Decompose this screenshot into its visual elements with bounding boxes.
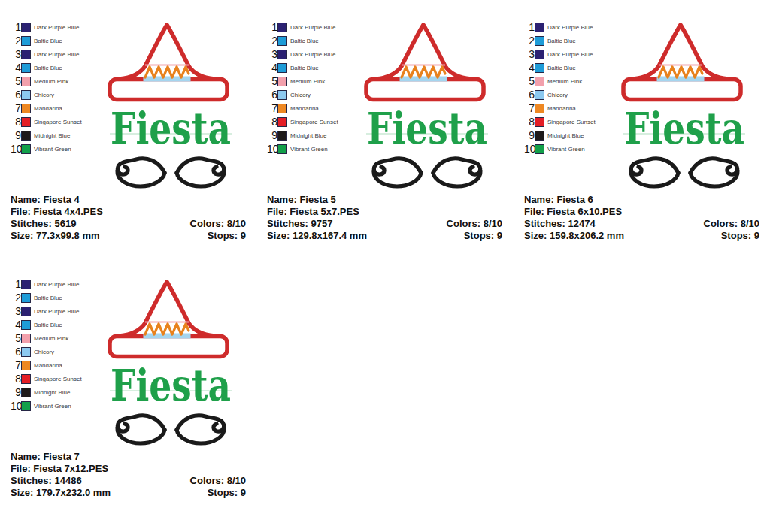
size-value: 159.8x206.2 mm [550, 230, 624, 241]
thread-number: 2 [524, 35, 535, 47]
legend-row: 3 Dark Purple Blue [11, 47, 82, 61]
thread-color-name: Midnight Blue [547, 132, 584, 139]
color-swatch [535, 77, 544, 86]
design-name-line: Name: Fiesta 4 [11, 194, 246, 206]
legend-row: 3 Dark Purple Blue [267, 47, 338, 61]
stitches-pair: Stitches: 5619 [11, 218, 76, 230]
legend-row: 5 Medium Pink [524, 74, 596, 88]
legend-row: 8 Singapore Sunset [267, 115, 338, 128]
thread-color-name: Singapore Sunset [34, 119, 82, 125]
thread-color-name: Dark Purple Blue [34, 51, 79, 58]
legend-row: 10 Vibrant Green [11, 142, 82, 156]
color-swatch [277, 50, 287, 59]
colors-pair: Colors: 8/10 [190, 475, 246, 487]
thread-color-name: Vibrant Green [34, 146, 71, 153]
thread-number: 10 [11, 143, 21, 155]
name-value: Fiesta 7 [43, 451, 79, 462]
thread-color-name: Midnight Blue [290, 132, 326, 139]
colors-label: Colors: [447, 218, 481, 229]
thread-color-name: Midnight Blue [34, 132, 70, 139]
stitches-colors-line: Stitches: 9757 Colors: 8/10 [267, 218, 502, 230]
legend-row: 6 Chicory [11, 88, 82, 101]
design-card-fiesta-7: 1 Dark Purple Blue 2 Baltic Blue 3 Dark … [11, 272, 247, 506]
thread-number: 5 [267, 75, 277, 87]
file-label: File: [267, 206, 287, 217]
file-value: Fiesta 6x10.PES [547, 206, 622, 217]
size-label: Size: [11, 487, 33, 498]
stops-value: 9 [241, 487, 246, 498]
thread-number: 5 [11, 75, 21, 87]
color-swatch [535, 36, 544, 46]
color-swatch [535, 23, 544, 32]
thread-color-name: Vibrant Green [34, 403, 71, 410]
size-stops-line: Size: 179.7x232.0 mm Stops: 9 [11, 487, 246, 499]
file-label: File: [524, 206, 544, 217]
color-swatch [21, 320, 31, 330]
design-file-line: File: Fiesta 4x4.PES [11, 206, 246, 218]
stitches-pair: Stitches: 14486 [11, 475, 82, 487]
thread-color-name: Mandarina [34, 362, 62, 369]
thread-number: 8 [11, 116, 21, 128]
thread-color-name: Medium Pink [547, 78, 582, 85]
size-value: 179.7x232.0 mm [36, 487, 111, 498]
name-label: Name: [267, 194, 297, 205]
design-metadata: Name: Fiesta 6 File: Fiesta 6x10.PES Sti… [524, 194, 759, 242]
color-swatch [535, 104, 544, 113]
file-value: Fiesta 5x7.PES [290, 206, 359, 217]
color-swatch [21, 144, 31, 154]
thread-number: 5 [524, 75, 535, 87]
legend-row: 6 Chicory [11, 345, 82, 358]
legend-row: 7 Mandarina [11, 358, 82, 372]
colors-pair: Colors: 8/10 [447, 218, 502, 230]
design-card-fiesta-6: 1 Dark Purple Blue 2 Baltic Blue 3 Dark … [524, 15, 760, 249]
size-value: 129.8x167.4 mm [293, 230, 367, 241]
color-swatch [21, 334, 31, 343]
color-swatch [277, 36, 287, 46]
thread-number: 5 [11, 332, 21, 344]
thread-color-name: Midnight Blue [34, 389, 70, 396]
stitches-pair: Stitches: 12474 [524, 218, 596, 230]
thread-number: 6 [267, 89, 277, 101]
thread-number: 4 [524, 62, 535, 74]
thread-color-name: Baltic Blue [547, 65, 576, 71]
color-swatch [21, 347, 31, 357]
stitches-label: Stitches: [11, 218, 52, 229]
legend-row: 2 Baltic Blue [11, 34, 82, 47]
color-swatch [277, 131, 287, 141]
thread-number: 1 [11, 278, 21, 290]
thread-color-name: Mandarina [290, 105, 319, 112]
thread-number: 8 [267, 116, 277, 128]
thread-color-name: Singapore Sunset [34, 376, 82, 382]
name-value: Fiesta 4 [43, 194, 79, 205]
stitches-value: 9757 [311, 218, 333, 229]
thread-color-legend: 1 Dark Purple Blue 2 Baltic Blue 3 Dark … [267, 20, 338, 156]
stitches-label: Stitches: [267, 218, 308, 229]
legend-row: 10 Vibrant Green [524, 142, 596, 156]
color-swatch [535, 117, 544, 127]
colors-label: Colors: [190, 475, 225, 486]
color-swatch [21, 293, 31, 303]
color-swatch [277, 77, 287, 86]
legend-row: 9 Midnight Blue [11, 385, 82, 399]
legend-row: 4 Baltic Blue [11, 61, 82, 74]
legend-row: 9 Midnight Blue [267, 128, 338, 142]
thread-number: 6 [11, 89, 21, 101]
thread-number: 1 [524, 21, 535, 33]
color-swatch [21, 36, 31, 46]
color-swatch [21, 104, 31, 113]
legend-row: 7 Mandarina [11, 101, 82, 115]
color-swatch [21, 90, 31, 100]
thread-color-legend: 1 Dark Purple Blue 2 Baltic Blue 3 Dark … [524, 20, 596, 156]
legend-row: 8 Singapore Sunset [11, 372, 82, 385]
thread-number: 7 [524, 102, 535, 114]
name-label: Name: [11, 451, 41, 462]
color-swatch [535, 63, 544, 73]
thread-color-name: Baltic Blue [34, 295, 62, 301]
thread-number: 1 [11, 21, 21, 33]
color-swatch [277, 90, 287, 100]
thread-number: 3 [11, 48, 21, 60]
thread-number: 1 [267, 21, 277, 33]
color-swatch [535, 144, 544, 154]
design-name-line: Name: Fiesta 5 [267, 194, 502, 206]
file-label: File: [11, 463, 31, 474]
